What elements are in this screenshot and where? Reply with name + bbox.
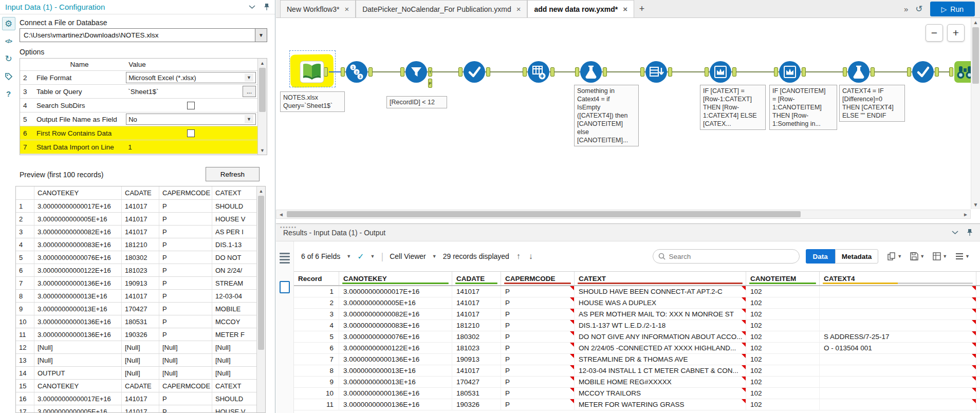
menu-icon[interactable]: ▼: [955, 253, 970, 260]
scroll-down-icon[interactable]: ▼: [971, 200, 980, 209]
input-data-tool[interactable]: [300, 61, 324, 83]
output-anchor[interactable]: [486, 67, 490, 77]
collapse-chevron-icon[interactable]: [952, 230, 958, 235]
zoom-in-button[interactable]: +: [947, 24, 965, 42]
scroll-up-icon[interactable]: ▲: [971, 18, 980, 27]
preview-row[interactable]: 163.00000000000017E+16141017PSHOULD: [16, 392, 265, 405]
workflow-tab[interactable]: add new data row.yxmd*×: [527, 0, 634, 17]
output-anchor[interactable]: T: [428, 67, 432, 77]
workflow-tab[interactable]: New Workflow3*×: [280, 0, 356, 17]
option-text-value[interactable]: 1: [126, 143, 132, 151]
tool-annotation[interactable]: CATEXT4 = IF [Difference]=0 THEN [CATEXT…: [839, 85, 905, 122]
output-anchor[interactable]: [935, 67, 939, 77]
results-row[interactable]: 63.00000000000122E+16181023PON 2/24/05 -…: [294, 343, 980, 354]
results-row[interactable]: 13.00000000000017E+16141017PSHOULD HAVE …: [294, 286, 980, 297]
run-button[interactable]: ▷ Run: [930, 2, 975, 16]
pin-icon[interactable]: [967, 229, 973, 236]
browse-query-button[interactable]: ...: [243, 86, 256, 97]
option-checkbox[interactable]: [187, 129, 195, 137]
results-col-header[interactable]: Record: [294, 272, 339, 285]
option-text-value[interactable]: `Sheet1$`: [126, 88, 158, 96]
input-anchor[interactable]: [843, 67, 847, 77]
code-icon[interactable]: </>: [2, 34, 15, 48]
input-anchor[interactable]: [400, 67, 404, 77]
splitter-grip[interactable]: ••••••: [280, 224, 297, 230]
output-anchor[interactable]: [668, 67, 672, 77]
results-col-header[interactable]: CADATE: [452, 272, 501, 285]
check-tool-1[interactable]: [463, 61, 486, 83]
results-row[interactable]: 103.00000000000136E+16180531PMCCOY TRAIL…: [294, 388, 980, 399]
results-row[interactable]: 93.0000000000013E+16170427PMOBILE HOME R…: [294, 377, 980, 388]
tool-annotation[interactable]: NOTES.xlsx Query=`Sheet1$`: [280, 91, 345, 112]
multi-row-formula-tool-2[interactable]: [779, 61, 801, 83]
more-tabs-icon[interactable]: »: [904, 5, 908, 13]
preview-row[interactable]: 13.00000000000017E+16141017PSHOULD: [16, 200, 265, 213]
canvas-vscrollbar[interactable]: ▲ ▼: [971, 18, 980, 209]
input-anchor[interactable]: [523, 67, 527, 77]
results-col-header[interactable]: CANOTEITEM: [746, 272, 820, 285]
scroll-left-icon[interactable]: ◄: [276, 212, 286, 217]
results-row[interactable]: 43.00000000000083E+16181210PDIS.1-137 WT…: [294, 320, 980, 331]
next-record-icon[interactable]: ↓: [528, 252, 534, 261]
schedule-history-icon[interactable]: ↺: [915, 4, 922, 14]
scroll-right-icon[interactable]: ►: [961, 212, 970, 217]
results-col-header[interactable]: CATEXT4: [820, 272, 976, 285]
filter-tool[interactable]: [405, 61, 428, 83]
layout-rows-icon[interactable]: [280, 253, 290, 264]
results-row[interactable]: 53.00000000000076E+16180302PDO NOT GIVE …: [294, 331, 980, 343]
results-row[interactable]: 113.00000000000136E+16190326PMETER FOR W…: [294, 399, 980, 410]
new-tab-button[interactable]: +: [634, 0, 650, 17]
chevron-down-icon[interactable]: ▼: [371, 254, 375, 259]
scroll-down-icon[interactable]: ▼: [258, 146, 267, 155]
results-row[interactable]: 23.0000000000005E+16141017PHOUSE WAS A D…: [294, 297, 980, 309]
option-select[interactable]: No▼: [126, 114, 256, 125]
tab-close-icon[interactable]: ×: [516, 5, 521, 13]
table-plus-tool[interactable]: [527, 61, 550, 83]
canvas-hscrollbar[interactable]: ◄ ►: [276, 210, 971, 219]
refresh-icon[interactable]: ↻: [2, 52, 15, 65]
results-col-header[interactable]: CAPERMCODE: [501, 272, 575, 285]
input-anchor[interactable]: [458, 67, 463, 77]
options-scrollbar[interactable]: ▲ ▼: [257, 59, 267, 155]
preview-col-header[interactable]: CADATE: [122, 186, 159, 199]
preview-row[interactable]: 173.0000000000005E+16141017PHOUSE V: [16, 405, 265, 413]
tool-annotation[interactable]: Something in Catext4 = if IsEmpty ([CATE…: [574, 85, 639, 146]
input-anchor[interactable]: [575, 67, 579, 77]
search-input[interactable]: [669, 253, 794, 260]
tab-close-icon[interactable]: ×: [623, 5, 627, 13]
input-anchor[interactable]: [705, 67, 709, 77]
gear-icon[interactable]: ⚙: [2, 17, 15, 30]
help-icon[interactable]: ?: [2, 87, 15, 100]
option-checkbox[interactable]: [187, 102, 195, 109]
sort-tool[interactable]: [645, 61, 668, 83]
tool-annotation[interactable]: IF [CATEXT] = [Row-1:CATEXT] THEN [Row- …: [700, 85, 766, 130]
prev-record-icon[interactable]: ↑: [515, 252, 522, 261]
output-anchor[interactable]: [732, 67, 736, 77]
tool-annotation[interactable]: [RecordID] < 12: [386, 96, 447, 108]
output-anchor[interactable]: [871, 67, 875, 77]
record-id-tool[interactable]: 123: [345, 61, 368, 83]
input-anchor[interactable]: [774, 67, 778, 77]
preview-col-header[interactable]: CATEXT: [212, 186, 257, 199]
fields-summary[interactable]: 6 of 6 Fields: [301, 252, 340, 260]
input-anchor[interactable]: [640, 67, 644, 77]
tab-close-icon[interactable]: ×: [344, 5, 349, 13]
chevron-down-icon[interactable]: ▼: [346, 254, 351, 259]
pin-icon[interactable]: [264, 3, 270, 11]
results-col-header[interactable]: CANOTEKEY: [339, 272, 452, 285]
collapse-chevron-icon[interactable]: [249, 5, 255, 9]
results-row[interactable]: 83.0000000000013E+16141017P12-03-04 INST…: [294, 365, 980, 377]
workflow-tab[interactable]: DatePicker_NoCalendar_For Publication.yx…: [356, 0, 527, 17]
preview-row[interactable]: 103.00000000000136E+16180531PMCCOY: [16, 315, 265, 328]
copy-icon[interactable]: ▼: [887, 252, 902, 260]
preview-row[interactable]: 73.00000000000136E+16190913PSTREAM: [16, 277, 265, 290]
refresh-button[interactable]: Refresh: [206, 167, 260, 181]
tool-annotation[interactable]: IF [CANOTEITEM] = [Row- 1:CANOTEITEM] TH…: [769, 85, 837, 130]
scroll-up-icon[interactable]: ▲: [258, 59, 267, 67]
workflow-canvas[interactable]: NOTES.xlsx Query=`Sheet1$`123TF[RecordID…: [276, 18, 980, 223]
zoom-out-button[interactable]: −: [926, 24, 943, 42]
file-path-dropdown-button[interactable]: ▼: [255, 28, 267, 42]
data-tab[interactable]: Data: [806, 249, 835, 264]
save-icon[interactable]: ▼: [910, 252, 924, 260]
preview-scrollbar[interactable]: ▲: [256, 186, 265, 412]
